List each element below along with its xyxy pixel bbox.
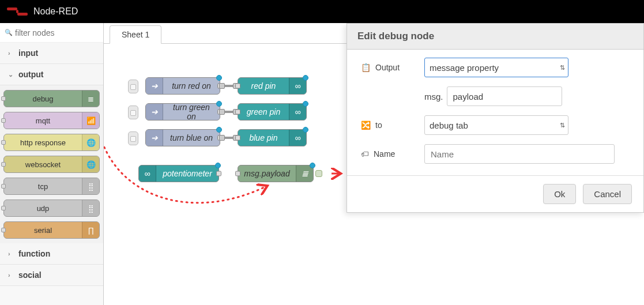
label-text: Name [374, 149, 395, 159]
tab-sheet-1[interactable]: Sheet 1 [110, 25, 161, 44]
node-input-port[interactable] [235, 135, 240, 141]
node-label: mqtt [4, 116, 82, 125]
palette-category-output[interactable]: ⌄ output [0, 64, 103, 85]
unsaved-dot-icon [216, 127, 222, 133]
bars-icon: ⣿ [82, 200, 99, 216]
cancel-button[interactable]: Cancel [583, 184, 632, 204]
node-label: websocket [4, 160, 82, 169]
msg-property-input[interactable] [447, 86, 562, 106]
inject-icon: ➔ [146, 130, 163, 146]
unsaved-dot-icon [303, 127, 308, 133]
node-port-icon [1, 228, 6, 232]
node-port-icon [1, 96, 6, 101]
flow-wire[interactable] [221, 111, 236, 113]
node-label: serial [4, 226, 82, 235]
flow-node-inject-red[interactable]: ➔ turn red on [145, 77, 220, 95]
node-label: udp [4, 204, 82, 213]
node-label: potentiometer [156, 169, 219, 178]
edit-debug-node-panel: Edit debug node 📋 Output message propert… [347, 23, 644, 213]
pulse-icon: ∏ [82, 222, 99, 238]
chevron-right-icon: › [8, 272, 15, 278]
list-icon: ≣ [82, 91, 99, 107]
node-input-port[interactable] [235, 171, 240, 176]
palette-node-http-response[interactable]: http response 🌐 [3, 134, 100, 151]
palette-node-mqtt[interactable]: mqtt 📶 [3, 112, 100, 129]
app-title: Node-RED [33, 6, 78, 17]
node-label: debug [4, 95, 82, 103]
palette-node-serial[interactable]: serial ∏ [3, 221, 100, 239]
flow-node-debug[interactable]: msg.payload ≣ [238, 165, 314, 182]
output-select[interactable]: message property [424, 58, 568, 77]
name-input[interactable] [424, 144, 615, 164]
field-label: 🏷 Name [361, 149, 424, 159]
panel-footer: Ok Cancel [347, 175, 643, 212]
node-label: green pin [238, 107, 289, 116]
unsaved-dot-icon [303, 101, 308, 107]
label-text: to [375, 121, 382, 130]
category-label: output [18, 70, 44, 79]
signal-icon: 📶 [82, 112, 99, 129]
node-output-port[interactable] [216, 171, 221, 176]
palette-node-tcp[interactable]: tcp ⣿ [3, 178, 100, 195]
palette-category-input[interactable]: › input [0, 43, 103, 64]
palette-category-function[interactable]: › function [0, 243, 103, 265]
row-msg-property: msg. [361, 86, 630, 106]
node-label: turn red on [163, 81, 220, 91]
chevron-right-icon: › [8, 50, 15, 57]
category-label: input [18, 48, 38, 58]
palette-node-udp[interactable]: udp ⣿ [3, 199, 100, 217]
unsaved-dot-icon [310, 163, 315, 168]
inject-icon: ➔ [146, 78, 163, 94]
globe-icon: 🌐 [82, 134, 99, 150]
field-label: 🔀 to [361, 121, 424, 130]
node-label: msg.payload [238, 169, 296, 178]
node-port-icon [1, 162, 6, 167]
inject-trigger-button[interactable] [128, 106, 138, 119]
node-label: http response [4, 138, 82, 147]
shuffle-icon: 🔀 [361, 121, 371, 130]
node-input-port[interactable] [235, 84, 240, 89]
to-select[interactable]: debug tab [424, 115, 568, 135]
unsaved-dot-icon [216, 101, 222, 107]
palette-filter[interactable]: 🔍 [0, 23, 103, 43]
category-label: function [18, 249, 50, 258]
chevron-right-icon: › [8, 250, 15, 257]
node-input-port[interactable] [235, 110, 240, 115]
inject-trigger-button[interactable] [128, 80, 138, 93]
palette-category-social[interactable]: › social [0, 265, 103, 286]
inject-trigger-button[interactable] [128, 131, 138, 145]
flow-wire[interactable] [221, 137, 236, 139]
app-logo-icon [7, 7, 28, 16]
node-label: tcp [4, 182, 82, 191]
node-port-icon [1, 140, 6, 145]
flow-node-inject-green[interactable]: ➔ turn green on [145, 103, 220, 121]
panel-title: Edit debug node [347, 24, 643, 50]
node-port-icon [1, 206, 6, 210]
flow-wire[interactable] [221, 85, 236, 87]
flow-node-gpio-blue[interactable]: blue pin ∞ [238, 129, 307, 146]
node-label: blue pin [238, 133, 289, 142]
flow-node-arduino-in[interactable]: ∞ potentiometer [138, 165, 219, 182]
tag-icon: 🏷 [361, 149, 369, 159]
globe-icon: 🌐 [82, 156, 99, 172]
node-label: red pin [238, 81, 289, 91]
palette-sidebar: 🔍 › input ⌄ output debug ≣ mqtt 📶 [0, 23, 104, 305]
app-header: Node-RED [0, 0, 644, 23]
unsaved-dot-icon [215, 163, 221, 168]
debug-toggle-button[interactable] [315, 170, 322, 177]
flow-node-gpio-red[interactable]: red pin ∞ [238, 77, 307, 95]
flow-node-inject-blue[interactable]: ➔ turn blue on [145, 129, 220, 146]
flow-node-gpio-green[interactable]: green pin ∞ [238, 103, 307, 121]
palette-node-debug[interactable]: debug ≣ [3, 90, 100, 107]
ok-button[interactable]: Ok [543, 184, 576, 204]
filter-nodes-input[interactable] [15, 28, 99, 37]
palette-output-list: debug ≣ mqtt 📶 http response 🌐 websocket… [0, 85, 103, 243]
chevron-down-icon: ⌄ [8, 71, 15, 78]
node-port-icon [1, 118, 6, 123]
category-label: social [18, 270, 42, 280]
node-label: turn blue on [163, 133, 220, 142]
bars-icon: ⣿ [82, 178, 99, 194]
palette-node-websocket[interactable]: websocket 🌐 [3, 156, 100, 173]
row-to: 🔀 to debug tab [361, 115, 630, 135]
node-label: turn green on [163, 103, 220, 121]
